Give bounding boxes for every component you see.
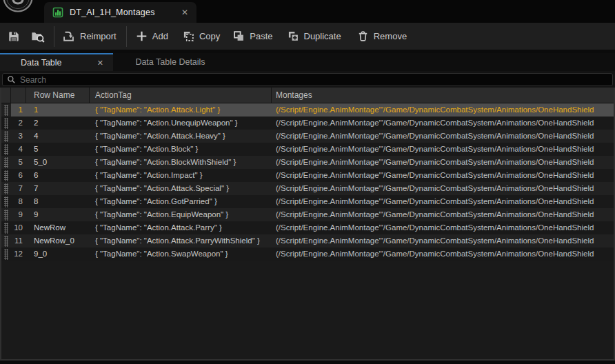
- duplicate-icon: [288, 30, 299, 42]
- unreal-engine-logo: [2, 0, 34, 13]
- reimport-icon: [62, 30, 75, 43]
- montages-cell: (/Script/Engine.AnimMontage'"/Game/Dynam…: [272, 221, 614, 234]
- add-label: Add: [152, 31, 168, 41]
- table-row[interactable]: 1 1 { "TagName": "Action.Attack.Light" }…: [1, 103, 614, 117]
- row-name-cell: 4: [26, 130, 90, 143]
- add-button[interactable]: Add: [136, 30, 168, 42]
- paste-button[interactable]: Paste: [233, 30, 272, 42]
- document-tab-strip: Data Table ✕ Data Table Details: [0, 53, 615, 71]
- montages-cell: (/Script/Engine.AnimMontage'"/Game/Dynam…: [272, 195, 614, 208]
- row-name-cell: 5_0: [26, 156, 90, 169]
- montages-cell: (/Script/Engine.AnimMontage'"/Game/Dynam…: [272, 247, 614, 261]
- table-row[interactable]: 5 5_0 { "TagName": "Action.BlockWithShie…: [1, 156, 614, 169]
- remove-button[interactable]: Remove: [357, 30, 407, 42]
- asset-tab-title: DT_AI_1H_Montages: [70, 8, 155, 17]
- grip-dots-icon: [4, 183, 8, 194]
- grip-dots-icon: [4, 236, 8, 247]
- search-icon: [7, 75, 16, 84]
- montages-cell: (/Script/Engine.AnimMontage'"/Game/Dynam…: [272, 169, 614, 182]
- row-number: 11: [11, 234, 26, 247]
- row-name-cell: 9_0: [26, 247, 90, 261]
- column-header-action-tag[interactable]: ActionTag: [90, 88, 272, 103]
- column-header-row-name[interactable]: Row Name: [26, 88, 90, 103]
- row-number: 9: [11, 208, 26, 221]
- row-grip-handle[interactable]: [1, 247, 11, 261]
- table-body: 1 1 { "TagName": "Action.Attack.Light" }…: [1, 103, 614, 261]
- paste-label: Paste: [250, 31, 272, 41]
- close-icon[interactable]: ✕: [181, 8, 188, 17]
- asset-tab[interactable]: DT_AI_1H_Montages ✕: [44, 2, 196, 23]
- tab-data-table[interactable]: Data Table ✕: [0, 53, 113, 71]
- save-icon: [8, 30, 20, 43]
- row-grip-handle[interactable]: [1, 117, 11, 130]
- table-row[interactable]: 2 2 { "TagName": "Action.UnequipWeapon" …: [1, 117, 614, 130]
- paste-icon: [233, 30, 245, 42]
- toolbar-separator: [54, 26, 54, 47]
- table-row[interactable]: 11 NewRow_0 { "TagName": "Action.Attack.…: [1, 234, 614, 247]
- row-grip-handle[interactable]: [1, 234, 11, 247]
- toolbar-separator: [126, 26, 127, 47]
- browse-icon: [30, 30, 45, 43]
- grip-dots-icon: [4, 157, 8, 168]
- action-tag-cell: { "TagName": "Action.GotParried" }: [90, 195, 272, 208]
- unreal-data-table-editor: DT_AI_1H_Montages ✕: [0, 0, 615, 364]
- grip-dots-icon: [4, 249, 8, 260]
- action-tag-cell: { "TagName": "Action.Attack.Light" }: [90, 103, 272, 117]
- tab-data-table-details[interactable]: Data Table Details: [113, 53, 228, 71]
- row-grip-handle[interactable]: [1, 156, 11, 169]
- table-row[interactable]: 9 9 { "TagName": "Action.EquipWeapon" } …: [1, 208, 614, 221]
- search-input[interactable]: [20, 75, 608, 85]
- window-top-bar: DT_AI_1H_Montages ✕: [0, 0, 615, 23]
- montages-cell: (/Script/Engine.AnimMontage'"/Game/Dynam…: [272, 182, 614, 195]
- grip-dots-icon: [4, 105, 8, 116]
- row-number: 3: [11, 130, 26, 143]
- table-row[interactable]: 6 6 { "TagName": "Action.Impact" } (/Scr…: [1, 169, 614, 182]
- browse-to-asset-button[interactable]: [30, 30, 45, 43]
- row-name-cell: 5: [26, 143, 90, 156]
- row-name-cell: 2: [26, 117, 90, 130]
- grip-dots-icon: [4, 223, 8, 234]
- duplicate-button[interactable]: Duplicate: [288, 30, 341, 42]
- table-row[interactable]: 4 5 { "TagName": "Action.Block" } (/Scri…: [1, 143, 614, 156]
- row-grip-handle[interactable]: [1, 103, 11, 117]
- table-row[interactable]: 8 8 { "TagName": "Action.GotParried" } (…: [1, 195, 614, 208]
- header-index-spacer: [11, 88, 26, 103]
- row-grip-handle[interactable]: [1, 130, 11, 143]
- search-row: [0, 71, 615, 88]
- data-table-panel: Row Name ActionTag Montages 1 1 { "TagNa…: [0, 88, 615, 361]
- row-grip-handle[interactable]: [1, 208, 11, 221]
- table-row[interactable]: 3 4 { "TagName": "Action.Attack.Heavy" }…: [1, 130, 614, 143]
- remove-label: Remove: [374, 31, 407, 41]
- row-number: 12: [11, 247, 26, 261]
- row-number: 4: [11, 143, 26, 156]
- row-number: 1: [11, 103, 26, 117]
- row-grip-handle[interactable]: [1, 182, 11, 195]
- row-grip-handle[interactable]: [1, 169, 11, 182]
- table-row[interactable]: 10 NewRow { "TagName": "Action.Attack.Pa…: [1, 221, 614, 234]
- grip-dots-icon: [4, 210, 8, 221]
- action-tag-cell: { "TagName": "Action.EquipWeapon" }: [90, 208, 272, 221]
- action-tag-cell: { "TagName": "Action.UnequipWeapon" }: [90, 117, 272, 130]
- save-button[interactable]: [8, 30, 20, 43]
- montages-cell: (/Script/Engine.AnimMontage'"/Game/Dynam…: [272, 117, 614, 130]
- data-table-asset-icon: [52, 7, 63, 18]
- row-number: 2: [11, 117, 26, 130]
- tab-data-table-label: Data Table: [21, 58, 62, 68]
- table-row[interactable]: 7 7 { "TagName": "Action.Attack.Special"…: [1, 182, 614, 195]
- reimport-button[interactable]: Reimport: [62, 30, 117, 43]
- action-tag-cell: { "TagName": "Action.Block" }: [90, 143, 272, 156]
- copy-button[interactable]: Copy: [183, 30, 220, 42]
- row-grip-handle[interactable]: [1, 195, 11, 208]
- row-grip-handle[interactable]: [1, 143, 11, 156]
- action-tag-cell: { "TagName": "Action.Attack.Parry" }: [90, 221, 272, 234]
- copy-icon: [183, 30, 194, 42]
- table-header: Row Name ActionTag Montages: [1, 88, 614, 103]
- row-name-cell: NewRow_0: [26, 234, 90, 247]
- table-empty-area: [1, 261, 614, 359]
- row-name-cell: 8: [26, 195, 90, 208]
- duplicate-label: Duplicate: [304, 31, 341, 41]
- row-grip-handle[interactable]: [1, 221, 11, 234]
- close-icon[interactable]: ✕: [97, 59, 103, 68]
- table-row[interactable]: 12 9_0 { "TagName": "Action.SwapWeapon" …: [1, 247, 614, 261]
- column-header-montages[interactable]: Montages: [272, 88, 614, 103]
